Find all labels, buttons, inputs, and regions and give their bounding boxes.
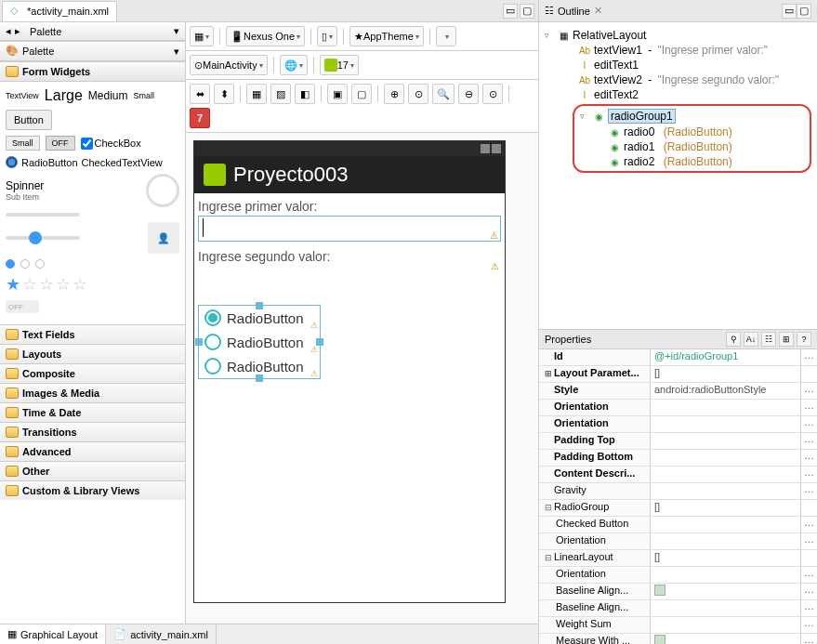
zoom-real-button[interactable]: ⊙ — [482, 84, 503, 104]
prop-row-radiogroup[interactable]: ⊟RadioGroup [] — [539, 500, 817, 517]
tab-graphical-layout[interactable]: ▦ Graphical Layout — [0, 624, 106, 644]
outline-node-radio2[interactable]: ◉ radio2 (RadioButton) — [580, 154, 804, 169]
palette-textview[interactable]: TextView — [6, 91, 39, 100]
more-button[interactable]: … — [800, 400, 817, 415]
more-button[interactable]: … — [800, 600, 817, 616]
collapse-icon[interactable]: ▿ — [580, 112, 589, 121]
more-button[interactable]: … — [800, 349, 817, 365]
prop-tool-advanced[interactable]: ⊞ — [779, 332, 794, 347]
prop-row-checked-button[interactable]: Checked Button … — [539, 517, 817, 533]
activity-dropdown[interactable]: ⊙ MainActivity — [190, 55, 268, 75]
prop-row-content-description[interactable]: Content Descri... … — [539, 467, 817, 483]
prop-row-orientation[interactable]: Orientation … — [539, 400, 817, 416]
palette-toggle-button[interactable]: OFF — [46, 136, 75, 151]
prop-row-weight-sum[interactable]: Weight Sum … — [539, 617, 817, 634]
palette-page-indicator[interactable] — [6, 259, 179, 269]
theme-dropdown[interactable]: ★ AppTheme — [349, 26, 424, 46]
preview-radiogroup[interactable]: RadioButton ⚠ RadioButton ⚠ — [198, 305, 321, 379]
palette-medium-text[interactable]: Medium — [88, 89, 128, 102]
more-button[interactable]: … — [800, 450, 817, 466]
palette-menu-icon[interactable]: ▾ — [174, 25, 179, 37]
show-constraints-button[interactable]: ▦ — [246, 84, 267, 104]
section-composite[interactable]: Composite — [0, 363, 185, 383]
prop-row-style[interactable]: Style android:radioButtonStyle … — [539, 383, 817, 400]
section-custom-library[interactable]: Custom & Library Views — [0, 480, 185, 500]
prop-tool-help[interactable]: ? — [797, 332, 811, 347]
palette-switch[interactable]: OFF — [6, 300, 39, 313]
prop-row-padding-bottom[interactable]: Padding Bottom … — [539, 450, 817, 467]
outline-node-textview1[interactable]: Ab textView1 - "Ingrese primer valor:" — [545, 43, 811, 58]
prop-row-measure-with[interactable]: Measure With ... … — [539, 634, 817, 645]
preview-radio0[interactable]: RadioButton ⚠ — [199, 306, 320, 330]
outline-node-radiogroup1[interactable]: ▿ ◉ radioGroup1 — [580, 108, 804, 125]
palette-ratingbar[interactable]: ★ ☆ ☆ ☆ ☆ — [6, 274, 179, 295]
gravity-button[interactable]: ◧ — [295, 84, 315, 104]
toggle-bounds-button[interactable]: ⬌ — [190, 84, 210, 104]
palette-checkbox[interactable]: CheckBox — [81, 138, 141, 150]
palette-seekbar[interactable] — [6, 236, 80, 240]
zoom-out-button[interactable]: ⊖ — [458, 84, 479, 104]
preview-radio2[interactable]: RadioButton ⚠ — [199, 354, 320, 378]
tab-xml-source[interactable]: 📄 activity_main.xml — [106, 624, 217, 644]
outline-node-relativelayout[interactable]: ▿ ▦ RelativeLayout — [545, 28, 811, 43]
toggle-height-button[interactable]: ⬍ — [214, 84, 234, 104]
palette-button[interactable]: Button — [6, 110, 52, 130]
palette-large-text[interactable]: Large — [45, 87, 83, 104]
section-time-date[interactable]: Time & Date — [0, 402, 185, 422]
prop-row-linearlayout[interactable]: ⊟LinearLayout [] — [539, 550, 817, 567]
outline-node-textview2[interactable]: Ab textView2 - "Ingrese segundo valor:" — [545, 72, 811, 87]
design-canvas[interactable]: Proyecto003 Ingrese primer valor: ⚠ Ingr… — [186, 133, 538, 624]
extras-dropdown[interactable] — [436, 26, 456, 46]
preview-radio1[interactable]: RadioButton ⚠ — [199, 330, 320, 354]
prop-tool-categories[interactable]: ☷ — [761, 332, 776, 347]
outline-node-radio1[interactable]: ◉ radio1 (RadioButton) — [580, 139, 804, 154]
outline-node-radio0[interactable]: ◉ radio0 (RadioButton) — [580, 125, 804, 139]
zoom-100-button[interactable]: ⊙ — [408, 84, 428, 104]
outline-tree[interactable]: ▿ ▦ RelativeLayout Ab textView1 - "Ingre… — [539, 22, 817, 329]
palette-spinner[interactable]: Spinner Sub Item — [6, 179, 44, 202]
minimize-editor-button[interactable]: ▭ — [503, 4, 518, 19]
prop-row-orientation3[interactable]: Orientation … — [539, 533, 817, 550]
more-button[interactable]: … — [800, 483, 817, 499]
section-transitions[interactable]: Transitions — [0, 422, 185, 441]
close-view-icon[interactable]: ✕ — [594, 5, 602, 17]
section-text-fields[interactable]: Text Fields — [0, 324, 185, 344]
show-margins-button[interactable]: ▨ — [270, 84, 291, 104]
minimize-outline-button[interactable]: ▭ — [782, 4, 797, 19]
more-button[interactable]: … — [800, 533, 817, 549]
collapse-icon[interactable]: ▿ — [545, 31, 554, 40]
palette-back-icon[interactable]: ◂ — [6, 25, 11, 37]
palette-quickcontact[interactable]: 👤 — [148, 222, 179, 254]
section-form-widgets[interactable]: Form Widgets — [0, 61, 185, 82]
zoom-fit-button[interactable]: ⊕ — [384, 84, 404, 104]
toggle-outline-button[interactable]: ▣ — [327, 84, 348, 104]
palette-progress-circle[interactable] — [146, 174, 179, 207]
outline-node-edittext2[interactable]: I editText2 — [545, 87, 811, 102]
section-images-media[interactable]: Images & Media — [0, 383, 185, 402]
more-button[interactable]: … — [800, 634, 817, 645]
device-dropdown[interactable]: 📱 Nexus One — [226, 26, 305, 46]
preview-edittext1[interactable]: ⚠ — [198, 216, 501, 242]
more-button[interactable]: … — [800, 584, 817, 599]
prop-row-orientation4[interactable]: Orientation … — [539, 567, 817, 584]
maximize-editor-button[interactable]: ▢ — [520, 4, 534, 19]
lint-issues-button[interactable]: 7 — [190, 108, 210, 128]
api-dropdown[interactable]: 17 — [320, 55, 359, 75]
zoom-in-button[interactable]: 🔍 — [432, 84, 455, 104]
palette-small-text[interactable]: Small — [133, 91, 154, 100]
outline-node-edittext1[interactable]: I editText1 — [545, 58, 811, 72]
prop-row-layout-params[interactable]: ⊞Layout Paramet... [] — [539, 366, 817, 383]
prop-row-baseline-align1[interactable]: Baseline Align... … — [539, 584, 817, 600]
preview-textview1[interactable]: Ingrese primer valor: — [198, 199, 501, 214]
prop-row-padding-top[interactable]: Padding Top … — [539, 433, 817, 450]
palette-progressbar[interactable] — [6, 213, 80, 217]
checkbox-input[interactable] — [81, 138, 93, 150]
maximize-outline-button[interactable]: ▢ — [797, 4, 811, 19]
prop-tool-filter[interactable]: ⚲ — [726, 332, 741, 347]
palette-radio-input[interactable] — [6, 156, 18, 168]
config-dropdown[interactable]: ▦ — [190, 26, 214, 46]
prop-row-orientation2[interactable]: Orientation … — [539, 416, 817, 433]
prop-tool-az[interactable]: A↓ — [744, 332, 758, 347]
palette-small-button[interactable]: Small — [6, 136, 40, 151]
more-button[interactable]: … — [800, 416, 817, 432]
